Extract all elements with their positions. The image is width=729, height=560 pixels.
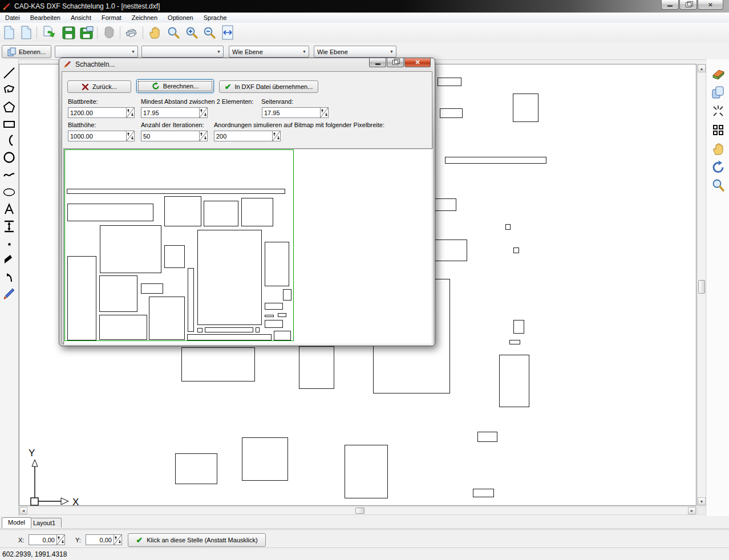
spinner-icon[interactable] (56, 534, 65, 545)
spinner-icon[interactable] (320, 107, 329, 118)
spinner-icon[interactable] (272, 131, 281, 141)
menu-zeichnen[interactable]: Zeichnen (127, 13, 163, 22)
color-dropdown-value: Wie Ebene (229, 48, 300, 55)
toolbar-separator (120, 26, 120, 39)
iterationen-input[interactable] (141, 131, 199, 141)
y-coordinate-field[interactable] (86, 534, 122, 545)
vertical-scrollbar[interactable]: ▲ ▼ (697, 64, 706, 506)
zoom-in-icon[interactable] (184, 25, 199, 40)
shape-rect (513, 94, 538, 122)
text-tool-icon[interactable] (2, 202, 16, 216)
spinner-icon[interactable] (126, 131, 135, 141)
horizontal-scrollbar[interactable]: ◄ ► (19, 506, 696, 515)
print-icon[interactable] (124, 25, 139, 40)
menu-format[interactable]: Format (96, 13, 127, 22)
blattbreite-input[interactable] (68, 107, 126, 118)
dialog-title-bar[interactable]: Schachteln... ✕ (59, 58, 435, 71)
copy-icon[interactable] (711, 85, 726, 100)
menu-datei[interactable]: Datei (0, 13, 25, 22)
linetype-dropdown[interactable]: Wie Ebene ▼ (314, 46, 396, 58)
spinner-icon[interactable] (126, 107, 135, 118)
close-button[interactable]: ✕ (698, 0, 723, 10)
spinner-icon[interactable] (114, 534, 122, 545)
scroll-up-icon: ▲ (700, 67, 704, 71)
eraser-icon[interactable] (711, 66, 726, 81)
dialog-minimize-button[interactable] (369, 58, 386, 67)
point-tool-icon[interactable] (2, 237, 16, 251)
menu-optionen[interactable]: Optionen (163, 13, 199, 22)
pan-hand-icon[interactable] (711, 141, 726, 156)
open-file-icon[interactable] (42, 25, 56, 40)
uebernehmen-button[interactable]: ✔ In DXF Datei übernehmen... (219, 80, 318, 93)
menu-bearbeiten[interactable]: Bearbeiten (25, 13, 66, 22)
draw-toolbar (0, 59, 19, 516)
spinner-icon[interactable] (199, 107, 208, 118)
dialog-maximize-button[interactable] (387, 58, 404, 67)
scroll-up-button[interactable]: ▲ (698, 64, 706, 72)
spinner-icon[interactable] (199, 131, 208, 141)
solid-tool-icon[interactable] (2, 252, 16, 266)
arc-tool-icon[interactable] (2, 133, 16, 147)
dimension-tool-icon[interactable] (2, 220, 16, 233)
nesting-preview (63, 148, 433, 345)
save-icon[interactable] (61, 25, 76, 40)
tab-model[interactable]: Model (2, 517, 31, 528)
window-title: CAD-KAS DXF Schachtelung 1.0 - [nesttest… (14, 2, 160, 10)
zoom-out-icon[interactable] (202, 25, 217, 40)
scroll-down-button[interactable]: ▼ (698, 497, 706, 505)
x-coordinate-input[interactable] (29, 534, 56, 545)
tab-layout1[interactable]: Layout1 (27, 518, 62, 527)
undo-arrow-icon[interactable] (2, 270, 16, 283)
horizontal-scroll-thumb[interactable] (355, 508, 364, 514)
circle-tool-icon[interactable] (2, 151, 16, 164)
rotate-icon[interactable] (711, 160, 726, 175)
seitenrand-field[interactable] (262, 107, 329, 118)
save-as-icon[interactable] (79, 25, 94, 40)
shape-rect (438, 78, 461, 86)
search-zoom-icon[interactable] (711, 178, 726, 193)
menu-ansicht[interactable]: Ansicht (66, 13, 96, 22)
vertical-scroll-thumb[interactable] (698, 280, 705, 294)
minimize-button[interactable] (661, 0, 679, 10)
polygon-tool-icon[interactable] (2, 100, 16, 114)
dialog-close-button[interactable]: ✕ (404, 58, 431, 67)
array-grid-icon[interactable] (711, 123, 726, 137)
berechnen-button[interactable]: Berechnen... (136, 79, 214, 93)
iterationen-field[interactable] (141, 131, 208, 141)
blatthoehe-input[interactable] (68, 131, 126, 141)
scroll-left-button[interactable]: ◄ (19, 507, 27, 514)
y-coordinate-input[interactable] (86, 534, 114, 545)
brush-tool-icon[interactable] (2, 287, 16, 301)
new-file-icon[interactable] (2, 25, 17, 40)
pixelbreite-input[interactable] (214, 131, 272, 141)
ebenen-button[interactable]: Ebenen... (2, 45, 51, 58)
blattbreite-field[interactable] (68, 107, 135, 118)
pan-hand-icon[interactable] (147, 25, 162, 40)
fit-width-icon[interactable] (220, 25, 235, 40)
restore-button[interactable] (679, 0, 697, 10)
polyline-tool-icon[interactable] (2, 83, 16, 97)
layer-dropdown-1[interactable]: ▼ (55, 46, 138, 58)
klick-button[interactable]: ✔ Klick an diese Stelle (Anstatt Mauskli… (128, 533, 266, 547)
shape-rect (265, 242, 289, 286)
color-dropdown[interactable]: Wie Ebene ▼ (229, 46, 309, 58)
menu-sprache[interactable]: Sprache (199, 13, 232, 22)
refresh-icon (152, 82, 160, 90)
zoom-icon[interactable] (166, 25, 181, 40)
scroll-right-button[interactable]: ► (688, 507, 696, 514)
mindestabstand-input[interactable] (141, 107, 199, 118)
zurueck-button[interactable]: Zurück... (67, 80, 131, 93)
status-bar: 602.2939, 1991.4318 (0, 547, 729, 560)
seitenrand-input[interactable] (262, 107, 320, 118)
x-coordinate-field[interactable] (29, 534, 65, 545)
ellipse-tool-icon[interactable] (2, 185, 16, 199)
spline-tool-icon[interactable] (2, 168, 16, 182)
layer-dropdown-2[interactable]: ▼ (141, 46, 224, 58)
pixelbreite-field[interactable] (214, 131, 281, 141)
new-file2-icon[interactable] (19, 25, 34, 40)
blatthoehe-field[interactable] (68, 131, 135, 141)
line-tool-icon[interactable] (2, 66, 16, 80)
explode-icon[interactable] (711, 104, 726, 119)
rectangle-tool-icon[interactable] (2, 117, 16, 131)
mindestabstand-field[interactable] (141, 107, 208, 118)
